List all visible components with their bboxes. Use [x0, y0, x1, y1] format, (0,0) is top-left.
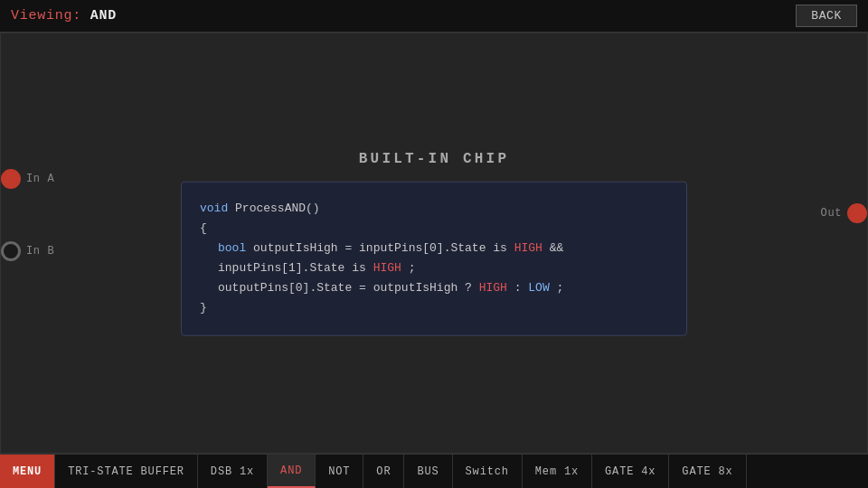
back-button[interactable]: BACK — [796, 5, 857, 27]
code-line-5: } — [200, 298, 668, 318]
tab-switch[interactable]: Switch — [453, 455, 523, 488]
pin-in-a: In A — [1, 169, 54, 189]
pin-in-b: In B — [1, 241, 54, 261]
tab-tri-state-buffer[interactable]: TRI-STATE BUFFER — [55, 455, 198, 488]
pin-out-circle — [847, 203, 867, 223]
pin-in-b-label: In B — [26, 245, 54, 258]
tab-gate-8x[interactable]: GATE 8x — [669, 455, 746, 488]
footer: MENU TRI-STATE BUFFER DSB 1x AND NOT OR … — [0, 454, 868, 488]
pin-out: Out — [821, 203, 867, 223]
header: Viewing: AND BACK — [0, 0, 868, 33]
code-line-3: bool outputIsHigh = inputPins[0].State i… — [200, 239, 668, 278]
tab-dsb-1x[interactable]: DSB 1x — [198, 455, 268, 488]
pin-in-a-label: In A — [26, 173, 54, 185]
tab-or[interactable]: OR — [363, 455, 404, 488]
tab-menu[interactable]: MENU — [0, 455, 55, 488]
main-area: In A In B Out BUILT-IN CHIP void Process… — [0, 33, 868, 454]
viewing-label: Viewing: — [11, 8, 81, 23]
header-title: Viewing: AND — [11, 8, 117, 23]
code-line-2: { — [200, 219, 668, 239]
tab-bus[interactable]: BUS — [404, 455, 452, 488]
tab-and[interactable]: AND — [268, 455, 316, 488]
pin-in-a-circle — [1, 169, 21, 189]
builtin-label: BUILT-IN CHIP — [181, 151, 687, 167]
tab-gate-4x[interactable]: GATE 4x — [592, 455, 669, 488]
tab-not[interactable]: NOT — [316, 455, 363, 488]
pin-out-label: Out — [821, 207, 842, 220]
code-box: void ProcessAND() { bool outputIsHigh = … — [181, 182, 687, 336]
code-line-1: void ProcessAND() — [200, 199, 668, 219]
code-line-4: outputPins[0].State = outputIsHigh ? HIG… — [200, 278, 668, 298]
center-panel: BUILT-IN CHIP void ProcessAND() { bool o… — [181, 151, 687, 336]
chip-name: AND — [90, 8, 117, 23]
pin-in-b-circle — [1, 241, 21, 261]
tab-mem-1x[interactable]: Mem 1x — [523, 455, 592, 488]
